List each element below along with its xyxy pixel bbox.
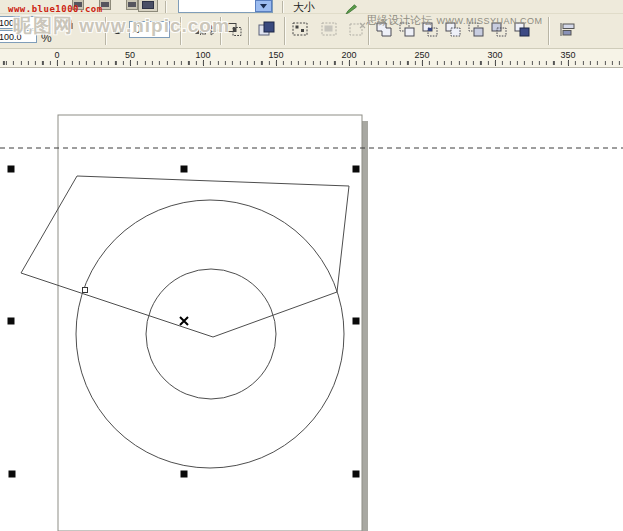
marquee-icon [292,22,309,37]
ruler-label: 200 [341,50,356,60]
toolbar-divider [165,1,167,13]
selection-handle[interactable] [353,471,360,478]
ruler-major-tick [130,60,131,66]
page-shadow [362,121,368,531]
ruler-label: 350 [560,50,575,60]
ruler-label: 250 [414,50,429,60]
deselect-objects-button[interactable] [346,20,368,38]
selection-handle[interactable] [353,166,360,173]
selection-handle[interactable] [8,318,15,325]
to-front-button[interactable] [256,20,276,38]
toolbar-divider [248,17,250,45]
app-window: { "watermarks": { "blue1000": "www.blue1… [0,0,623,531]
to-front-icon [258,21,275,37]
treat-as-filled-button[interactable] [290,20,310,38]
ruler-major-tick [57,60,58,66]
export-icon[interactable] [138,0,158,12]
marquee-icon [321,22,338,37]
selection-handle[interactable] [181,166,188,173]
selection-handle[interactable] [9,471,16,478]
ruler-label: 100 [195,50,210,60]
align-icon [559,22,576,37]
ruler-major-tick [422,60,423,66]
align-distribute-button[interactable] [556,20,578,38]
ruler-major-tick [349,60,350,66]
watermark-missyuan: 思缘设计论坛 WWW.MISSYUAN.COM [366,10,542,28]
combo-dropdown-button[interactable] [255,0,272,12]
toolbar-divider [548,17,550,45]
watermark-missyuan-cn: 思缘设计论坛 [366,14,432,26]
ruler-label: 0 [54,50,59,60]
ruler[interactable]: 050100150200250300350 [0,49,623,68]
toolbar-cutoff-icon[interactable] [126,0,138,10]
watermark-nipic: 昵图网 www.nipic.com [13,13,230,39]
select-objects-button[interactable] [318,20,340,38]
ruler-major-tick [568,60,569,66]
drawing-svg [0,68,623,531]
ruler-label: 150 [268,50,283,60]
zoom-combobox[interactable] [178,0,273,13]
watermark-missyuan-en: WWW.MISSYUAN.COM [436,16,542,26]
selection-handle[interactable] [8,166,15,173]
ruler-label: 300 [487,50,502,60]
combo-dropdown-arrow-icon [260,4,267,9]
node-marker[interactable] [83,288,88,293]
toolbar-divider [282,1,284,13]
ruler-major-tick [276,60,277,66]
marquee-cross-icon [349,22,366,37]
selection-handle[interactable] [181,471,188,478]
toolbar-divider [284,17,286,45]
canvas[interactable] [0,68,623,531]
ruler-label: 50 [125,50,135,60]
size-menu-label: 大小 [293,0,315,15]
ruler-major-tick [203,60,204,66]
ruler-major-tick [495,60,496,66]
selection-handle[interactable] [353,318,360,325]
